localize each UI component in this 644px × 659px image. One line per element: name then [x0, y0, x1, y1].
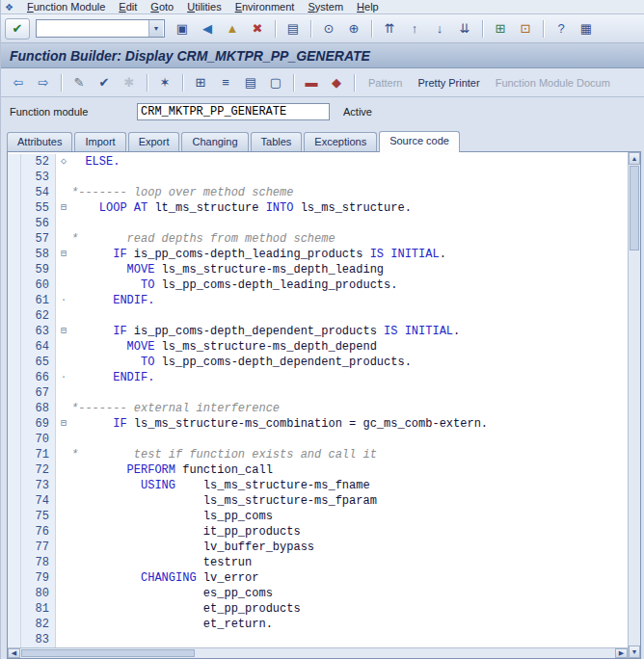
object-list-icon[interactable]: ≡	[214, 72, 237, 93]
code-line[interactable]: 63⊟ IF is_pp_coms-depth_dependent_produc…	[8, 324, 628, 339]
find-next-icon[interactable]: ⊕	[342, 18, 365, 40]
scroll-right-icon[interactable]: ▶	[615, 648, 628, 658]
cancel-icon[interactable]: ✖	[246, 18, 269, 40]
test-icon[interactable]: ✶	[153, 72, 176, 93]
horizontal-scroll-thumb[interactable]	[21, 649, 195, 657]
find-icon[interactable]: ⊙	[317, 18, 340, 40]
back-icon[interactable]: ⇦	[7, 72, 30, 93]
scroll-down-icon[interactable]: ▼	[629, 646, 640, 658]
code-line[interactable]: 83	[8, 632, 628, 647]
code-line[interactable]: 61· ENDIF.	[8, 293, 628, 308]
menu-edit[interactable]: Edit	[112, 1, 144, 13]
tab-changing[interactable]: Changing	[181, 132, 248, 151]
code-line[interactable]: 79 CHANGING lv_error	[8, 570, 628, 586]
code-line[interactable]: 66· ENDIF.	[8, 370, 628, 385]
fold-marker-icon[interactable]: ◇	[56, 154, 71, 170]
tab-export[interactable]: Export	[128, 132, 180, 151]
code-line[interactable]: 56	[8, 216, 628, 231]
code-line[interactable]: 59 MOVE ls_ms_structure-ms_depth_leading	[8, 262, 628, 277]
fold-marker-icon[interactable]: ⊟	[56, 247, 71, 262]
code-line[interactable]: 72 PERFORM function_call	[8, 462, 628, 478]
menu-goto[interactable]: Goto	[144, 1, 180, 13]
customize-layout-icon[interactable]: ▦	[575, 18, 598, 40]
code-line[interactable]: 62	[8, 308, 628, 324]
vertical-scrollbar[interactable]: ▲ ▼	[628, 152, 640, 658]
code-line[interactable]: 82 et_return.	[8, 617, 628, 632]
tab-attributes[interactable]: Attributes	[7, 132, 72, 151]
enhance-icon[interactable]: ◆	[325, 72, 348, 93]
fold-marker-icon[interactable]: ·	[56, 370, 71, 385]
pretty-printer-button[interactable]: Pretty Printer	[410, 74, 487, 92]
code-line[interactable]: 53	[8, 170, 628, 185]
documentation-icon[interactable]: ▬	[300, 72, 323, 93]
menu-function-module[interactable]: Function Module	[20, 1, 112, 13]
code-line[interactable]: 55⊟ LOOP AT lt_ms_structure INTO ls_ms_s…	[8, 200, 628, 216]
tab-tables[interactable]: Tables	[251, 132, 303, 151]
menu-system[interactable]: System	[301, 1, 350, 13]
fold-marker-icon[interactable]: ⊟	[56, 200, 71, 216]
command-dropdown-icon[interactable]: ▼	[148, 20, 163, 37]
code-line[interactable]: 76 it_pp_products	[8, 524, 628, 540]
code-line[interactable]: 70	[8, 432, 628, 447]
command-input[interactable]	[37, 20, 148, 37]
fullscreen-icon[interactable]: ▢	[264, 72, 287, 93]
code-line[interactable]: 54*------- loop over method scheme	[8, 185, 628, 200]
system-menu-icon[interactable]: ❖	[5, 2, 16, 13]
enter-icon[interactable]: ✔	[5, 18, 30, 40]
fold-marker-icon[interactable]: ⊟	[56, 416, 71, 432]
new-session-icon[interactable]: ⊞	[489, 18, 512, 40]
code-line[interactable]: 71* test if function exists and call it	[8, 447, 628, 462]
code-line[interactable]: 74 ls_ms_structure-ms_fparam	[8, 493, 628, 509]
code-line[interactable]: 65 TO ls_pp_coms-depth_dependent_product…	[8, 355, 628, 370]
forward-icon[interactable]: ⇨	[32, 72, 55, 93]
code-text: *------- external interference	[71, 401, 628, 416]
code-line[interactable]: 80 es_pp_coms	[8, 586, 628, 601]
fold-marker-icon[interactable]: ⊟	[56, 324, 71, 339]
where-used-icon[interactable]: ⊞	[189, 72, 212, 93]
editor-margin	[8, 247, 21, 262]
vertical-scroll-thumb[interactable]	[630, 166, 639, 250]
menu-help[interactable]: Help	[350, 1, 386, 13]
code-line[interactable]: 58⊟ IF is_pp_coms-depth_leading_products…	[8, 247, 628, 262]
code-line[interactable]: 64 MOVE ls_ms_structure-ms_depth_depend	[8, 339, 628, 355]
back-icon[interactable]: ◀	[196, 18, 219, 40]
code-line[interactable]: 60 TO ls_pp_coms-depth_leading_products.	[8, 277, 628, 293]
code-line[interactable]: 52◇ ELSE.	[8, 154, 628, 170]
code-lines[interactable]: 52◇ ELSE.5354*------- loop over method s…	[8, 152, 628, 647]
display-change-icon[interactable]: ✎	[67, 72, 91, 93]
scroll-up-icon[interactable]: ▲	[629, 152, 640, 165]
save-icon[interactable]: ▣	[171, 18, 194, 40]
tab-exceptions[interactable]: Exceptions	[304, 132, 377, 151]
navigation-window-icon[interactable]: ▤	[239, 72, 262, 93]
tab-source-code[interactable]: Source code	[379, 131, 460, 152]
code-line[interactable]: 68*------- external interference	[8, 401, 628, 416]
help-icon[interactable]: ?	[550, 18, 573, 40]
last-page-icon[interactable]: ⇊	[453, 18, 476, 40]
code-line[interactable]: 69⊟ IF ls_ms_structure-ms_combination = …	[8, 416, 628, 432]
function-module-doc-button: Function Module Docum	[488, 74, 618, 92]
code-line[interactable]: 57* read depths from method scheme	[8, 231, 628, 247]
tab-import[interactable]: Import	[74, 132, 125, 151]
function-module-input[interactable]	[137, 103, 330, 120]
menu-utilities[interactable]: Utilities	[180, 1, 228, 13]
exit-icon[interactable]: ▲	[221, 18, 244, 40]
fold-marker-icon[interactable]: ·	[56, 293, 71, 308]
code-line[interactable]: 78 testrun	[8, 555, 628, 570]
code-line[interactable]: 75 ls_pp_coms	[8, 509, 628, 524]
page-down-icon[interactable]: ↓	[428, 18, 451, 40]
vertical-scroll-track[interactable]	[629, 251, 640, 646]
code-line[interactable]: 77 lv_buffer_bypass	[8, 540, 628, 555]
print-icon[interactable]: ▤	[282, 18, 305, 40]
menu-environment[interactable]: Environment	[228, 1, 302, 13]
page-up-icon[interactable]: ↑	[403, 18, 426, 40]
horizontal-scroll-track[interactable]	[196, 648, 615, 658]
code-line[interactable]: 81 et_pp_products	[8, 601, 628, 617]
code-line[interactable]: 73 USING ls_ms_structure-ms_fname	[8, 478, 628, 493]
check-icon[interactable]: ✔	[93, 72, 116, 93]
editor-margin	[8, 524, 21, 540]
horizontal-scrollbar[interactable]: ◀ ▶	[8, 647, 628, 658]
code-line[interactable]: 67	[8, 385, 628, 401]
first-page-icon[interactable]: ⇈	[378, 18, 401, 40]
create-shortcut-icon[interactable]: ⊡	[514, 18, 537, 40]
scroll-left-icon[interactable]: ◀	[8, 648, 20, 658]
